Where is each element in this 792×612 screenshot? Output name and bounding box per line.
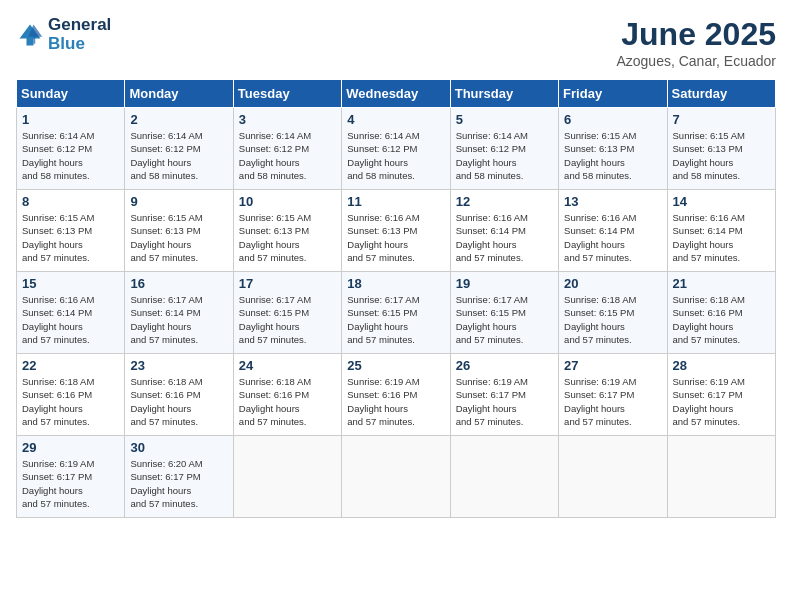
day-number: 19: [456, 276, 553, 291]
calendar-cell: 15 Sunrise: 6:16 AM Sunset: 6:14 PM Dayl…: [17, 272, 125, 354]
calendar-cell: 14 Sunrise: 6:16 AM Sunset: 6:14 PM Dayl…: [667, 190, 775, 272]
day-info: Sunrise: 6:18 AM Sunset: 6:16 PM Dayligh…: [22, 375, 119, 428]
day-number: 24: [239, 358, 336, 373]
day-info: Sunrise: 6:17 AM Sunset: 6:15 PM Dayligh…: [239, 293, 336, 346]
calendar-cell: 16 Sunrise: 6:17 AM Sunset: 6:14 PM Dayl…: [125, 272, 233, 354]
day-number: 9: [130, 194, 227, 209]
calendar-cell: 23 Sunrise: 6:18 AM Sunset: 6:16 PM Dayl…: [125, 354, 233, 436]
day-info: Sunrise: 6:19 AM Sunset: 6:17 PM Dayligh…: [456, 375, 553, 428]
title-block: June 2025 Azogues, Canar, Ecuador: [616, 16, 776, 69]
day-number: 28: [673, 358, 770, 373]
day-info: Sunrise: 6:15 AM Sunset: 6:13 PM Dayligh…: [130, 211, 227, 264]
calendar-cell: 25 Sunrise: 6:19 AM Sunset: 6:16 PM Dayl…: [342, 354, 450, 436]
col-friday: Friday: [559, 80, 667, 108]
day-number: 21: [673, 276, 770, 291]
calendar-cell: 4 Sunrise: 6:14 AM Sunset: 6:12 PM Dayli…: [342, 108, 450, 190]
day-number: 22: [22, 358, 119, 373]
calendar-cell: [233, 436, 341, 518]
day-info: Sunrise: 6:14 AM Sunset: 6:12 PM Dayligh…: [130, 129, 227, 182]
day-number: 13: [564, 194, 661, 209]
day-info: Sunrise: 6:14 AM Sunset: 6:12 PM Dayligh…: [456, 129, 553, 182]
day-info: Sunrise: 6:15 AM Sunset: 6:13 PM Dayligh…: [239, 211, 336, 264]
logo-text: General Blue: [48, 16, 111, 53]
day-info: Sunrise: 6:20 AM Sunset: 6:17 PM Dayligh…: [130, 457, 227, 510]
day-number: 15: [22, 276, 119, 291]
calendar-cell: 22 Sunrise: 6:18 AM Sunset: 6:16 PM Dayl…: [17, 354, 125, 436]
day-info: Sunrise: 6:14 AM Sunset: 6:12 PM Dayligh…: [22, 129, 119, 182]
day-number: 7: [673, 112, 770, 127]
day-number: 30: [130, 440, 227, 455]
calendar-cell: 2 Sunrise: 6:14 AM Sunset: 6:12 PM Dayli…: [125, 108, 233, 190]
calendar-cell: 11 Sunrise: 6:16 AM Sunset: 6:13 PM Dayl…: [342, 190, 450, 272]
day-number: 25: [347, 358, 444, 373]
day-info: Sunrise: 6:14 AM Sunset: 6:12 PM Dayligh…: [239, 129, 336, 182]
day-number: 2: [130, 112, 227, 127]
day-info: Sunrise: 6:15 AM Sunset: 6:13 PM Dayligh…: [564, 129, 661, 182]
calendar-cell: 8 Sunrise: 6:15 AM Sunset: 6:13 PM Dayli…: [17, 190, 125, 272]
day-info: Sunrise: 6:19 AM Sunset: 6:17 PM Dayligh…: [564, 375, 661, 428]
day-info: Sunrise: 6:19 AM Sunset: 6:17 PM Dayligh…: [673, 375, 770, 428]
day-info: Sunrise: 6:19 AM Sunset: 6:17 PM Dayligh…: [22, 457, 119, 510]
day-number: 14: [673, 194, 770, 209]
calendar-cell: [667, 436, 775, 518]
day-info: Sunrise: 6:16 AM Sunset: 6:14 PM Dayligh…: [456, 211, 553, 264]
calendar-cell: 17 Sunrise: 6:17 AM Sunset: 6:15 PM Dayl…: [233, 272, 341, 354]
day-info: Sunrise: 6:17 AM Sunset: 6:14 PM Dayligh…: [130, 293, 227, 346]
calendar-cell: 13 Sunrise: 6:16 AM Sunset: 6:14 PM Dayl…: [559, 190, 667, 272]
day-number: 1: [22, 112, 119, 127]
col-tuesday: Tuesday: [233, 80, 341, 108]
calendar-header-row: Sunday Monday Tuesday Wednesday Thursday…: [17, 80, 776, 108]
calendar-cell: 9 Sunrise: 6:15 AM Sunset: 6:13 PM Dayli…: [125, 190, 233, 272]
calendar-cell: 19 Sunrise: 6:17 AM Sunset: 6:15 PM Dayl…: [450, 272, 558, 354]
calendar-week-4: 22 Sunrise: 6:18 AM Sunset: 6:16 PM Dayl…: [17, 354, 776, 436]
calendar-title: June 2025: [616, 16, 776, 53]
calendar-week-3: 15 Sunrise: 6:16 AM Sunset: 6:14 PM Dayl…: [17, 272, 776, 354]
day-number: 5: [456, 112, 553, 127]
calendar-cell: 12 Sunrise: 6:16 AM Sunset: 6:14 PM Dayl…: [450, 190, 558, 272]
calendar-cell: 24 Sunrise: 6:18 AM Sunset: 6:16 PM Dayl…: [233, 354, 341, 436]
day-number: 12: [456, 194, 553, 209]
day-number: 3: [239, 112, 336, 127]
calendar-subtitle: Azogues, Canar, Ecuador: [616, 53, 776, 69]
calendar-cell: 30 Sunrise: 6:20 AM Sunset: 6:17 PM Dayl…: [125, 436, 233, 518]
calendar-cell: 27 Sunrise: 6:19 AM Sunset: 6:17 PM Dayl…: [559, 354, 667, 436]
calendar-cell: 18 Sunrise: 6:17 AM Sunset: 6:15 PM Dayl…: [342, 272, 450, 354]
col-sunday: Sunday: [17, 80, 125, 108]
calendar-week-2: 8 Sunrise: 6:15 AM Sunset: 6:13 PM Dayli…: [17, 190, 776, 272]
calendar-cell: 1 Sunrise: 6:14 AM Sunset: 6:12 PM Dayli…: [17, 108, 125, 190]
col-saturday: Saturday: [667, 80, 775, 108]
day-number: 29: [22, 440, 119, 455]
logo: General Blue: [16, 16, 111, 53]
day-info: Sunrise: 6:18 AM Sunset: 6:16 PM Dayligh…: [239, 375, 336, 428]
day-number: 17: [239, 276, 336, 291]
col-wednesday: Wednesday: [342, 80, 450, 108]
day-info: Sunrise: 6:15 AM Sunset: 6:13 PM Dayligh…: [673, 129, 770, 182]
day-number: 4: [347, 112, 444, 127]
calendar-cell: 26 Sunrise: 6:19 AM Sunset: 6:17 PM Dayl…: [450, 354, 558, 436]
calendar-cell: 3 Sunrise: 6:14 AM Sunset: 6:12 PM Dayli…: [233, 108, 341, 190]
day-number: 26: [456, 358, 553, 373]
day-info: Sunrise: 6:16 AM Sunset: 6:14 PM Dayligh…: [564, 211, 661, 264]
day-info: Sunrise: 6:18 AM Sunset: 6:16 PM Dayligh…: [673, 293, 770, 346]
day-number: 10: [239, 194, 336, 209]
calendar-cell: 21 Sunrise: 6:18 AM Sunset: 6:16 PM Dayl…: [667, 272, 775, 354]
col-monday: Monday: [125, 80, 233, 108]
logo-icon: [16, 21, 44, 49]
day-info: Sunrise: 6:19 AM Sunset: 6:16 PM Dayligh…: [347, 375, 444, 428]
day-info: Sunrise: 6:14 AM Sunset: 6:12 PM Dayligh…: [347, 129, 444, 182]
day-info: Sunrise: 6:17 AM Sunset: 6:15 PM Dayligh…: [347, 293, 444, 346]
page-header: General Blue June 2025 Azogues, Canar, E…: [16, 16, 776, 69]
day-number: 23: [130, 358, 227, 373]
calendar-cell: 20 Sunrise: 6:18 AM Sunset: 6:15 PM Dayl…: [559, 272, 667, 354]
calendar-week-5: 29 Sunrise: 6:19 AM Sunset: 6:17 PM Dayl…: [17, 436, 776, 518]
calendar-cell: 5 Sunrise: 6:14 AM Sunset: 6:12 PM Dayli…: [450, 108, 558, 190]
calendar-cell: 29 Sunrise: 6:19 AM Sunset: 6:17 PM Dayl…: [17, 436, 125, 518]
calendar-cell: [342, 436, 450, 518]
day-info: Sunrise: 6:17 AM Sunset: 6:15 PM Dayligh…: [456, 293, 553, 346]
calendar-table: Sunday Monday Tuesday Wednesday Thursday…: [16, 79, 776, 518]
day-number: 6: [564, 112, 661, 127]
day-info: Sunrise: 6:16 AM Sunset: 6:14 PM Dayligh…: [673, 211, 770, 264]
day-number: 18: [347, 276, 444, 291]
day-info: Sunrise: 6:16 AM Sunset: 6:13 PM Dayligh…: [347, 211, 444, 264]
calendar-cell: [450, 436, 558, 518]
